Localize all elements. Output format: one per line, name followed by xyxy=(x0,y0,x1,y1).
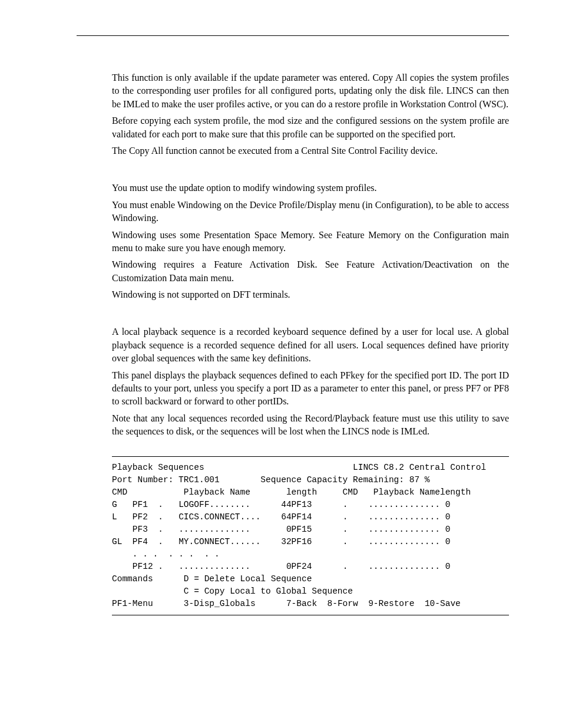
row-name2: .............. xyxy=(368,562,440,571)
row-len2: 0 xyxy=(445,525,451,534)
col-cmd2: CMD xyxy=(343,487,358,497)
paragraph: This function is only available if the u… xyxy=(112,71,509,111)
row-len: 32 xyxy=(281,537,291,546)
row-pf: PF2 xyxy=(133,512,148,522)
cmd-d: D = Delete Local Sequence xyxy=(184,574,312,584)
paragraph: Windowing is not supported on DFT termin… xyxy=(112,288,509,301)
paragraph: Before copying each system profile, the … xyxy=(112,114,509,141)
port-number: Port Number: TRC1.001 xyxy=(112,475,220,485)
row-name2: .............. xyxy=(368,500,440,509)
paragraph: You must enable Windowing on the Device … xyxy=(112,199,509,225)
row-len2: 0 xyxy=(445,500,451,509)
row-pf: PF12 xyxy=(133,562,153,571)
footer-7: 7-Back xyxy=(286,599,317,608)
terminal-block: Playback Sequences LINCS C8.2 Central Co… xyxy=(112,456,509,615)
row-dot2: . xyxy=(343,512,348,522)
row-pf2: PF14 xyxy=(292,512,312,522)
paragraph: A local playback sequence is a recorded … xyxy=(112,325,509,365)
row-dot: . xyxy=(158,562,163,571)
row-dot: . xyxy=(158,500,163,509)
row-dot2: . xyxy=(343,562,348,571)
footer-10: 10-Save xyxy=(425,599,461,608)
row-name: CICS.CONNECT.... xyxy=(178,512,260,522)
footer-3: 3-Disp_Globals xyxy=(184,599,256,608)
paragraph: Windowing requires a Feature Activation … xyxy=(112,258,509,285)
row-dot2: . xyxy=(343,537,348,546)
row-dot2: . xyxy=(343,500,348,509)
commands-label: Commands xyxy=(112,574,153,584)
paragraph: This panel displays the playback sequenc… xyxy=(112,369,509,409)
row-name: LOGOFF........ xyxy=(178,500,250,509)
row-len: 64 xyxy=(281,512,291,522)
col-name2: Playback Name xyxy=(373,487,440,497)
paragraph: You must use the update option to modify… xyxy=(112,182,509,195)
row-name: MY.CONNECT...... xyxy=(178,537,260,546)
paragraph: Windowing uses some Presentation Space M… xyxy=(112,229,509,255)
row-name2: .............. xyxy=(368,537,440,546)
row-pf: PF1 xyxy=(133,500,148,509)
section-gap xyxy=(112,161,509,182)
paragraph: The Copy All function cannot be executed… xyxy=(112,144,509,157)
top-rule xyxy=(77,35,509,36)
row-len2: 0 xyxy=(445,512,451,522)
row-len: 44 xyxy=(281,500,291,509)
section-gap xyxy=(112,305,509,325)
row-flag: G xyxy=(112,500,117,509)
row-dot2: . xyxy=(343,525,348,534)
row-dot: . xyxy=(158,537,163,546)
row-flag: L xyxy=(112,512,117,522)
terminal-title-right: LINCS C8.2 Central Control xyxy=(353,463,486,472)
col-length: length xyxy=(286,487,317,497)
footer-pf1: PF1-Menu xyxy=(112,599,153,608)
footer-8: 8-Forw xyxy=(328,599,358,608)
terminal-title-left: Playback Sequences xyxy=(112,463,204,472)
capacity-remaining: Sequence Capacity Remaining: 87 % xyxy=(260,475,429,485)
row-pf2: PF16 xyxy=(292,537,312,546)
row-name2: .............. xyxy=(368,512,440,522)
row-len2: 0 xyxy=(445,562,451,571)
row-pf2: PF15 xyxy=(292,525,312,534)
row-len: 0 xyxy=(286,562,292,571)
row-flag: GL xyxy=(112,537,122,546)
col-name: Playback Name xyxy=(184,487,250,497)
ellipsis-row: . . . . . . . . xyxy=(133,549,220,559)
row-pf: PF3 xyxy=(133,525,148,534)
footer-9: 9-Restore xyxy=(368,599,414,608)
row-pf: PF4 xyxy=(133,537,148,546)
row-pf2: PF13 xyxy=(292,500,312,509)
row-len: 0 xyxy=(286,525,292,534)
col-cmd: CMD xyxy=(112,487,127,497)
cmd-c: C = Copy Local to Global Sequence xyxy=(184,587,353,596)
row-pf2: PF24 xyxy=(292,562,312,571)
paragraph: Note that any local sequences recorded u… xyxy=(112,412,509,439)
row-name: .............. xyxy=(178,562,250,571)
row-name2: .............. xyxy=(368,525,440,534)
row-dot: . xyxy=(158,525,163,534)
row-name: .............. xyxy=(178,525,250,534)
row-dot: . xyxy=(158,512,163,522)
row-len2: 0 xyxy=(445,537,451,546)
col-length2: length xyxy=(440,487,471,497)
